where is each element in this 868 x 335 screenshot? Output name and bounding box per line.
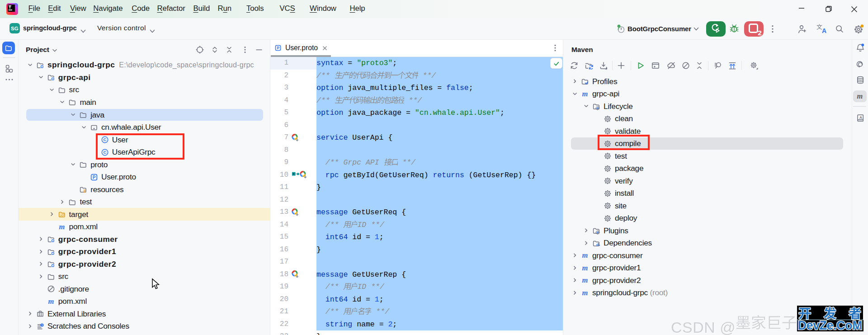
svg-text:m: m — [582, 264, 588, 272]
svg-text:A: A — [859, 115, 862, 120]
svg-text:m: m — [857, 92, 863, 100]
svg-text:A: A — [822, 27, 826, 34]
svg-text:m: m — [582, 251, 588, 260]
svg-text:DevZe.CoM: DevZe.CoM — [798, 320, 863, 332]
svg-text:P: P — [277, 46, 279, 50]
svg-text:m: m — [48, 297, 54, 306]
svg-text:m: m — [59, 223, 65, 231]
svg-text:m: m — [582, 90, 588, 98]
svg-text:2: 2 — [758, 29, 762, 36]
svg-text:m: m — [582, 276, 588, 284]
svg-text:P: P — [93, 175, 96, 179]
svg-text:m: m — [582, 289, 588, 297]
